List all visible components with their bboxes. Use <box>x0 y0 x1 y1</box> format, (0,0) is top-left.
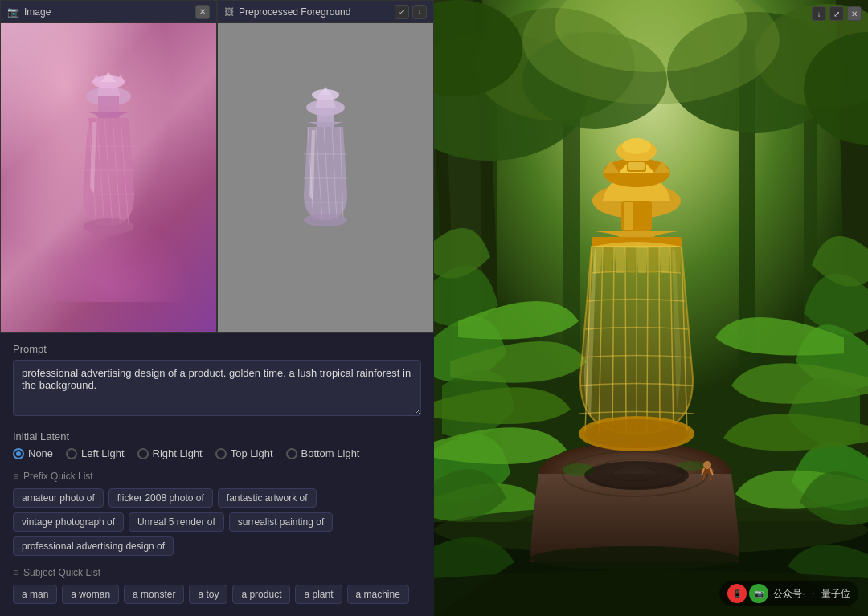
prompt-input[interactable] <box>13 360 421 416</box>
image-window-icon: 📷 <box>7 6 19 18</box>
prefix-tag-professional[interactable]: professional advertising design of <box>13 536 174 556</box>
subject-header-icon: ≡ <box>13 567 18 578</box>
svg-point-53 <box>530 546 739 570</box>
subject-tag-toy[interactable]: a toy <box>189 585 227 604</box>
svg-point-77 <box>584 419 689 448</box>
svg-point-15 <box>83 218 134 235</box>
svg-line-72 <box>647 247 648 434</box>
image-content-left <box>1 23 216 332</box>
svg-rect-63 <box>628 162 645 170</box>
preprocessed-window-title: Preprocessed Foreground <box>239 6 350 18</box>
prefix-tag-unreal[interactable]: Unreal 5 render of <box>129 512 224 532</box>
watermark-icons: 📱 📷 <box>727 584 768 603</box>
svg-rect-20 <box>317 108 334 122</box>
controls-area: Prompt Initial Latent None Left Light Ri… <box>0 333 434 616</box>
prefix-tag-flicker[interactable]: flicker 2008 photo of <box>108 488 213 508</box>
preprocessed-window: 🖼 Preprocessed Foreground ⤢ ↓ <box>217 0 434 333</box>
window-titlebar-image: 📷 Image ✕ <box>1 1 216 23</box>
right-panel: ↓ ⤢ ✕ <box>434 0 868 616</box>
right-close-button[interactable]: ✕ <box>847 6 862 21</box>
prefix-section-header: ≡ Prefix Quick List <box>13 471 421 482</box>
radio-circle-left-light <box>66 448 77 459</box>
subject-tag-woman[interactable]: a woman <box>62 585 119 604</box>
radio-label-top-light: Top Light <box>231 447 273 459</box>
prefix-quick-list-section: ≡ Prefix Quick List amateur photo of fli… <box>13 471 421 556</box>
radio-circle-top-light <box>215 448 227 459</box>
prompt-section: Prompt <box>13 343 421 419</box>
subject-section-header: ≡ Subject Quick List <box>13 567 421 578</box>
prefix-tag-fantastic[interactable]: fantastic artwork of <box>218 488 317 508</box>
expand-button[interactable]: ⤢ <box>395 5 409 19</box>
subject-tag-product[interactable]: a product <box>232 585 290 604</box>
image-window: 📷 Image ✕ <box>0 0 217 333</box>
bottle-pink <box>52 66 165 291</box>
window-titlebar-preprocessed: 🖼 Preprocessed Foreground ⤢ ↓ <box>218 1 433 23</box>
radio-bottom-light[interactable]: Bottom Light <box>286 447 360 459</box>
watermark-icon-2: 📷 <box>749 584 768 603</box>
subject-tag-plant[interactable]: a plant <box>295 585 342 604</box>
radio-right-light[interactable]: Right Light <box>137 447 203 459</box>
radio-circle-bottom-light <box>286 448 297 459</box>
subject-header-text: Subject Quick List <box>23 567 100 578</box>
prefix-tag-amateur[interactable]: amateur photo of <box>13 488 104 508</box>
radio-left-light[interactable]: Left Light <box>66 447 125 459</box>
radio-label-none: None <box>28 447 53 459</box>
svg-line-70 <box>625 247 626 434</box>
svg-point-61 <box>622 138 651 154</box>
svg-point-79 <box>703 461 711 469</box>
subject-quick-list-section: ≡ Subject Quick List a man a woman a mon… <box>13 567 421 604</box>
watermark-separator: · <box>812 586 815 601</box>
radio-label-left-light: Left Light <box>81 447 125 459</box>
subject-tag-list: a man a woman a monster a toy a product … <box>13 585 421 604</box>
close-button[interactable]: ✕ <box>195 5 210 19</box>
right-expand-button[interactable]: ⤢ <box>829 6 844 21</box>
radio-group: None Left Light Right Light Top Light Bo… <box>13 447 421 459</box>
prefix-tag-surrealist[interactable]: surrealist painting of <box>229 512 333 532</box>
radio-label-bottom-light: Bottom Light <box>301 447 360 459</box>
initial-latent-section: Initial Latent None Left Light Right Lig… <box>13 430 421 459</box>
right-image: 📱 📷 公众号· · 量子位 <box>434 0 868 616</box>
watermark-icon-1: 📱 <box>727 584 747 603</box>
radio-circle-right-light <box>137 448 149 459</box>
prefix-header-icon: ≡ <box>13 471 18 482</box>
prompt-label: Prompt <box>13 343 421 355</box>
image-windows-row: 📷 Image ✕ <box>0 0 434 333</box>
left-panel: 📷 Image ✕ <box>0 0 434 616</box>
subject-tag-monster[interactable]: a monster <box>124 585 184 604</box>
prefix-tag-vintage[interactable]: vintage photograph of <box>13 512 124 532</box>
watermark-text2: 量子位 <box>821 587 850 601</box>
image-window-title: Image <box>24 6 51 18</box>
subject-tag-machine[interactable]: a machine <box>347 585 409 604</box>
svg-point-29 <box>304 214 347 226</box>
image-content-preprocessed <box>218 23 433 332</box>
preprocessed-window-icon: 🖼 <box>224 6 234 18</box>
radio-none[interactable]: None <box>13 447 53 459</box>
initial-latent-label: Initial Latent <box>13 430 421 443</box>
download-button[interactable]: ↓ <box>412 5 427 19</box>
watermark-text1: 公众号· <box>773 587 805 601</box>
bottle-grey <box>277 82 374 275</box>
svg-rect-65 <box>624 202 633 230</box>
svg-line-73 <box>659 247 660 434</box>
right-panel-controls: ↓ ⤢ ✕ <box>812 6 862 21</box>
radio-label-right-light: Right Light <box>153 447 203 459</box>
right-download-button[interactable]: ↓ <box>812 6 826 21</box>
radio-circle-none <box>13 448 24 459</box>
subject-tag-man[interactable]: a man <box>13 585 57 604</box>
perfume-grey-bg <box>218 23 433 332</box>
svg-rect-6 <box>98 96 119 112</box>
prefix-header-text: Prefix Quick List <box>23 471 93 482</box>
prefix-tag-list: amateur photo of flicker 2008 photo of f… <box>13 488 421 556</box>
perfume-pink-bg <box>1 23 216 332</box>
watermark: 📱 📷 公众号· · 量子位 <box>719 581 858 606</box>
radio-top-light[interactable]: Top Light <box>215 447 273 459</box>
svg-point-54 <box>584 461 689 490</box>
